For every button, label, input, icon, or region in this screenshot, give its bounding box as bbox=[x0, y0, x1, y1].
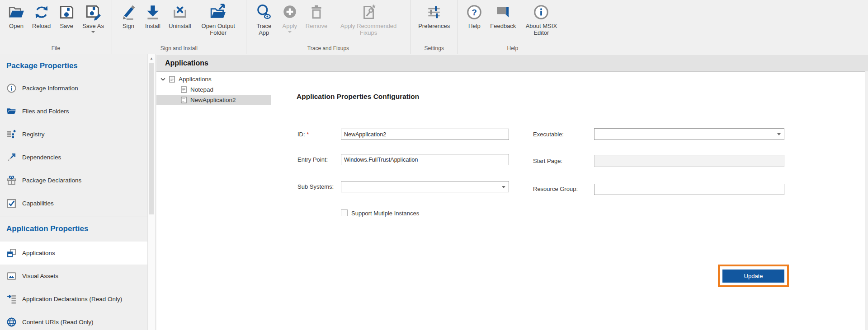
tree-item-newapplication2[interactable]: NewApplication2 bbox=[156, 95, 271, 105]
entry-point-input[interactable] bbox=[341, 154, 509, 165]
scrollbar-up-arrow-icon[interactable]: ▲ bbox=[148, 54, 155, 62]
combo-dropdown-arrow-icon bbox=[502, 186, 505, 188]
sidebar-item-package-information[interactable]: Package Information bbox=[0, 77, 147, 100]
uninstall-button[interactable]: Uninstall bbox=[165, 3, 195, 29]
remove-button-label: Remove bbox=[306, 23, 327, 29]
open-button[interactable]: Open bbox=[4, 3, 28, 29]
msix-editor-window: { "ribbon": { "groups": [ {"label": "Fil… bbox=[0, 0, 868, 330]
sign-button[interactable]: Sign bbox=[116, 3, 141, 29]
resource-group-input[interactable] bbox=[594, 184, 784, 195]
ribbon-group-label-trace-and-fixups: Trace and Fixups bbox=[247, 44, 409, 54]
reload-button[interactable]: Reload bbox=[28, 3, 54, 29]
page-title-banner: Applications bbox=[156, 55, 868, 71]
sidebar-item-label: Registry bbox=[22, 131, 45, 138]
dependencies-arrow-icon bbox=[6, 152, 17, 163]
ribbon-group-label-help: Help bbox=[459, 44, 566, 54]
form-heading: Application Properties Configuration bbox=[297, 93, 419, 101]
image-icon bbox=[6, 271, 17, 281]
id-input[interactable] bbox=[341, 129, 509, 140]
update-button[interactable]: Update bbox=[722, 270, 784, 283]
trace-app-icon bbox=[255, 3, 273, 21]
feedback-button[interactable]: Feedback bbox=[486, 3, 519, 29]
ribbon-group-label-settings: Settings bbox=[411, 44, 457, 54]
tree-item-label: Applications bbox=[179, 76, 212, 83]
ribbon-group-file: Open Reload Save Save As bbox=[0, 0, 112, 54]
apply-recommended-fixups-button-label: Apply Recommended Fixups bbox=[335, 23, 402, 36]
support-multiple-instances-checkbox[interactable] bbox=[341, 209, 348, 216]
help-button[interactable]: ? Help bbox=[462, 3, 486, 29]
open-output-folder-button-label: Open Output Folder bbox=[198, 23, 238, 36]
install-button[interactable]: Install bbox=[141, 3, 165, 29]
save-button[interactable]: Save bbox=[54, 3, 79, 29]
save-as-button[interactable]: Save As bbox=[79, 3, 108, 33]
apply-button[interactable]: Apply bbox=[278, 3, 302, 33]
sidebar-divider bbox=[0, 217, 147, 217]
uninstall-button-label: Uninstall bbox=[169, 23, 191, 29]
sidebar-item-capabilities[interactable]: Capabilities bbox=[0, 192, 147, 215]
about-msix-editor-button-label: About MSIX Editor bbox=[523, 23, 559, 36]
main-panel: Applications Applications Notepad bbox=[156, 54, 868, 330]
apply-button-label: Apply bbox=[283, 23, 297, 29]
feedback-bubble-icon bbox=[495, 3, 512, 21]
registry-blocks-icon bbox=[6, 129, 17, 139]
ribbon-group-settings: Preferences Settings bbox=[410, 0, 458, 54]
tree-item-label: Notepad bbox=[190, 86, 213, 93]
sidebar-item-content-uris[interactable]: Content URIs (Read Only) bbox=[0, 311, 147, 330]
trace-app-button-label: Trace App bbox=[254, 23, 274, 36]
sidebar-item-registry[interactable]: Registry bbox=[0, 123, 147, 146]
sidebar-item-applications[interactable]: Applications bbox=[0, 242, 147, 265]
globe-icon bbox=[6, 317, 17, 327]
tree-item-applications[interactable]: Applications bbox=[156, 74, 271, 84]
install-arrow-icon bbox=[144, 3, 161, 21]
combo-dropdown-arrow-icon bbox=[777, 133, 781, 135]
ribbon-group-trace-and-fixups: Trace App Apply Remove Apply Recommend bbox=[246, 0, 410, 54]
document-icon bbox=[181, 97, 187, 103]
install-button-label: Install bbox=[145, 23, 160, 29]
sidebar-item-dependencies[interactable]: Dependencies bbox=[0, 146, 147, 169]
sidebar-item-files-and-folders[interactable]: Files and Folders bbox=[0, 100, 147, 123]
sidebar-item-package-declarations[interactable]: Package Declarations bbox=[0, 169, 147, 192]
checkbox-check-icon bbox=[6, 198, 17, 209]
entry-point-field-label: Entry Point: bbox=[297, 156, 328, 163]
preferences-button[interactable]: Preferences bbox=[415, 3, 453, 29]
remove-button[interactable]: Remove bbox=[302, 3, 331, 29]
applications-tree: Applications Notepad NewApplication2 bbox=[156, 72, 271, 330]
open-output-folder-button[interactable]: Open Output Folder bbox=[195, 3, 242, 36]
sidebar-section-title-application-properties: Application Properties bbox=[6, 224, 147, 233]
open-output-folder-icon bbox=[210, 3, 227, 21]
tree-item-notepad[interactable]: Notepad bbox=[156, 84, 271, 95]
tree-expander-chevron-down-icon[interactable] bbox=[160, 78, 165, 81]
sidebar-section-title-package-properties: Package Properties bbox=[6, 61, 147, 70]
reload-icon bbox=[33, 3, 50, 21]
page-title: Applications bbox=[165, 59, 208, 67]
executable-combobox[interactable] bbox=[594, 128, 784, 140]
folder-icon bbox=[6, 106, 17, 116]
info-circle-icon bbox=[6, 83, 17, 93]
sidebar-scrollbar[interactable]: ▲ bbox=[147, 54, 156, 330]
open-folder-icon bbox=[8, 3, 25, 21]
sign-button-label: Sign bbox=[123, 23, 134, 29]
apply-recommended-fixups-button[interactable]: Apply Recommended Fixups bbox=[331, 3, 406, 36]
ribbon-group-label-file: File bbox=[1, 44, 111, 54]
apply-plus-icon bbox=[281, 3, 298, 21]
trace-app-button[interactable]: Trace App bbox=[250, 3, 278, 36]
sign-pencil-icon bbox=[120, 3, 137, 21]
resource-group-field-label: Resource Group: bbox=[533, 186, 578, 192]
start-page-input bbox=[594, 155, 784, 167]
sidebar-item-label: Content URIs (Read Only) bbox=[22, 319, 94, 325]
sidebar-item-label: Capabilities bbox=[22, 200, 54, 207]
open-button-label: Open bbox=[9, 23, 24, 29]
sidebar-item-label: Dependencies bbox=[22, 154, 61, 161]
sidebar-item-label: Application Declarations (Read Only) bbox=[22, 296, 122, 302]
preferences-button-label: Preferences bbox=[418, 23, 450, 29]
sidebar-item-visual-assets[interactable]: Visual Assets bbox=[0, 265, 147, 288]
sub-systems-combobox[interactable] bbox=[341, 181, 509, 192]
about-msix-editor-button[interactable]: About MSIX Editor bbox=[519, 3, 563, 36]
required-asterisk: * bbox=[307, 131, 309, 138]
reload-button-label: Reload bbox=[32, 23, 51, 29]
sidebar-item-application-declarations[interactable]: Application Declarations (Read Only) bbox=[0, 288, 147, 311]
applications-content: Applications Notepad NewApplication2 App… bbox=[156, 71, 865, 330]
sidebar-item-label: Applications bbox=[22, 250, 55, 256]
scrollbar-thumb[interactable] bbox=[149, 63, 154, 214]
tree-item-label: NewApplication2 bbox=[190, 97, 236, 103]
